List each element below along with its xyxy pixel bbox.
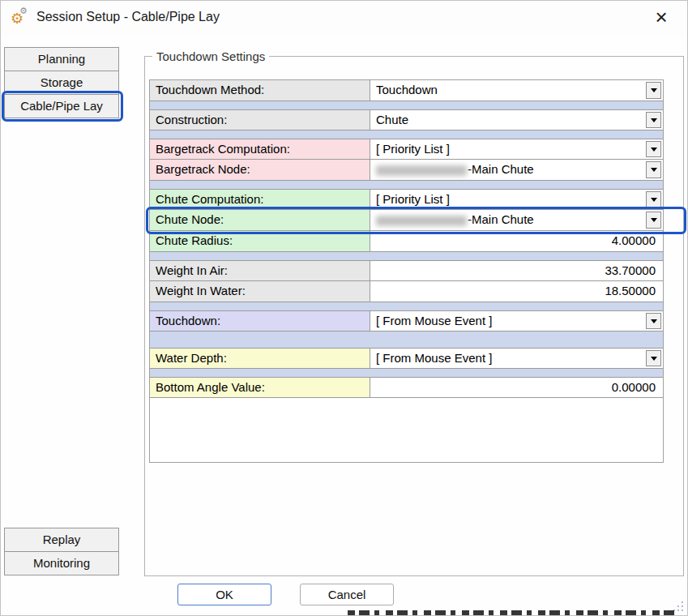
settings-gears-icon: ⚙ ⚙ [11, 7, 32, 28]
field-value: 4.00000 [612, 233, 656, 247]
row-label: Bargetrack Node: [150, 160, 370, 180]
dropdown-arrow-button[interactable] [646, 141, 661, 157]
cancel-button[interactable]: Cancel [300, 584, 394, 605]
window-title: Session Setup - Cable/Pipe Lay [36, 10, 220, 24]
value-field-weight-in-air[interactable]: 33.70000 [370, 261, 663, 280]
dropdown-arrow-button[interactable] [646, 191, 661, 207]
value-field-chute-radius[interactable]: 4.00000 [370, 231, 663, 251]
row-group-spacer [150, 101, 663, 109]
dropdown-field-construction[interactable]: Chute [370, 110, 663, 130]
settings-row-weight-in-air: Weight In Air:33.70000 [150, 260, 663, 281]
sidebar-item-monitoring[interactable]: Monitoring [4, 551, 119, 575]
settings-row-bargetrack-computation: Bargetrack Computation:[ Priority List ] [150, 139, 663, 160]
dropdown-field-chute-node[interactable]: -Main Chute [370, 210, 663, 230]
row-label: Chute Node: [150, 210, 370, 230]
dropdown-field-touchdown-method[interactable]: Touchdown [370, 80, 663, 101]
field-value: -Main Chute [468, 212, 534, 226]
dropdown-field-water-depth[interactable]: [ From Mouse Event ] [370, 349, 663, 368]
chevron-down-icon [651, 319, 657, 323]
field-value: Chute [376, 113, 408, 126]
row-group-spacer [150, 252, 663, 260]
row-label: Construction: [150, 110, 370, 130]
row-label: Chute Computation: [150, 190, 370, 209]
dropdown-field-touchdown[interactable]: [ From Mouse Event ] [370, 311, 663, 331]
field-value: 18.50000 [605, 284, 656, 297]
settings-row-bottom-angle-value: Bottom Angle Value:0.00000 [150, 377, 663, 398]
dropdown-field-chute-computation[interactable]: [ Priority List ] [370, 190, 663, 209]
dropdown-field-bargetrack-node[interactable]: -Main Chute [370, 160, 663, 180]
row-group-spacer [150, 302, 663, 310]
sidebar-item-cable-pipe-lay[interactable]: Cable/Pipe Lay [4, 94, 119, 118]
settings-row-construction: Construction:Chute [150, 109, 663, 130]
row-group-spacer [150, 369, 663, 377]
dropdown-arrow-button[interactable] [646, 212, 661, 229]
row-group-spacer [150, 130, 663, 139]
chevron-down-icon [651, 357, 657, 361]
row-label: Water Depth: [150, 349, 370, 368]
background-window-clipped-text [348, 610, 678, 616]
ok-button[interactable]: OK [177, 584, 271, 605]
field-value: 0.00000 [612, 380, 656, 394]
field-value: 33.70000 [605, 263, 656, 277]
dropdown-arrow-button[interactable] [646, 350, 661, 366]
settings-row-chute-node: Chute Node:-Main Chute [150, 210, 663, 231]
settings-table: Touchdown Method:TouchdownConstruction:C… [149, 79, 664, 463]
groupbox-legend: Touchdown Settings [152, 49, 269, 63]
sidebar-item-storage[interactable]: Storage [4, 71, 119, 95]
row-label: Weight In Water: [150, 281, 370, 302]
session-setup-dialog: ⚙ ⚙ Session Setup - Cable/Pipe Lay × Pla… [0, 0, 688, 616]
sidebar-item-planning[interactable]: Planning [4, 47, 119, 71]
chevron-down-icon [651, 218, 657, 222]
dropdown-arrow-button[interactable] [646, 161, 661, 178]
chevron-down-icon [651, 148, 657, 152]
dropdown-arrow-button[interactable] [646, 112, 661, 128]
settings-row-weight-in-water: Weight In Water:18.50000 [150, 281, 663, 302]
redacted-text [376, 216, 467, 226]
row-label: Chute Radius: [150, 231, 370, 251]
sidebar-item-replay[interactable]: Replay [4, 528, 119, 552]
field-value: Touchdown [376, 83, 438, 96]
value-field-bottom-angle-value[interactable]: 0.00000 [370, 378, 663, 397]
row-label: Touchdown Method: [150, 80, 370, 101]
row-group-spacer [150, 332, 663, 348]
row-label: Bargetrack Computation: [150, 139, 370, 159]
settings-row-chute-radius: Chute Radius:4.00000 [150, 231, 663, 252]
row-group-spacer [150, 181, 663, 189]
row-label: Weight In Air: [150, 261, 370, 280]
row-label: Touchdown: [150, 311, 370, 331]
title-bar: ⚙ ⚙ Session Setup - Cable/Pipe Lay × [1, 1, 687, 36]
settings-row-touchdown: Touchdown:[ From Mouse Event ] [150, 310, 663, 332]
redacted-text [376, 165, 467, 176]
dropdown-arrow-button[interactable] [646, 82, 661, 99]
row-label: Bottom Angle Value: [150, 378, 370, 397]
field-value: [ From Mouse Event ] [376, 351, 492, 365]
small-gear-icon: ⚙ [19, 6, 28, 16]
close-icon[interactable]: × [648, 4, 674, 30]
dropdown-arrow-button[interactable] [646, 313, 661, 329]
value-field-weight-in-water[interactable]: 18.50000 [370, 281, 663, 302]
dropdown-field-bargetrack-computation[interactable]: [ Priority List ] [370, 139, 663, 159]
field-value: [ Priority List ] [376, 192, 450, 206]
chevron-down-icon [651, 88, 657, 92]
settings-row-water-depth: Water Depth:[ From Mouse Event ] [150, 348, 663, 369]
settings-row-bargetrack-node: Bargetrack Node:-Main Chute [150, 160, 663, 181]
chevron-down-icon [651, 198, 657, 202]
field-value: -Main Chute [468, 162, 534, 176]
field-value: [ Priority List ] [376, 142, 450, 156]
resize-grip[interactable] [682, 610, 683, 611]
field-value: [ From Mouse Event ] [376, 314, 492, 327]
settings-row-touchdown-method: Touchdown Method:Touchdown [150, 80, 663, 101]
chevron-down-icon [651, 168, 657, 172]
settings-row-chute-computation: Chute Computation:[ Priority List ] [150, 189, 663, 210]
chevron-down-icon [651, 118, 657, 122]
